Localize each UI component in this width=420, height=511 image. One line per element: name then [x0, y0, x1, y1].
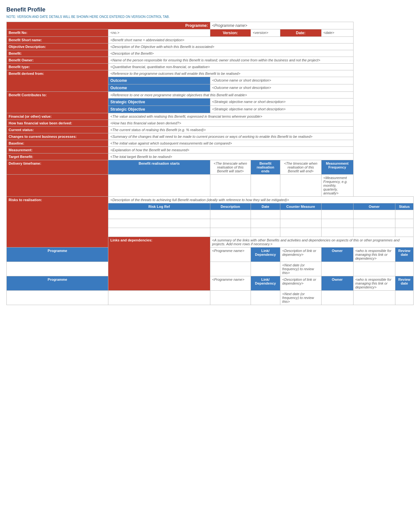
objective-desc-label: Objective Description: [7, 43, 108, 50]
links-next-2: <Next date (or frequency) to review this… [280, 291, 321, 305]
benefit-owner-value: <Name of the person responsible for ensu… [108, 57, 353, 64]
delivery-starts-value: <The timescale when realisation of this … [210, 160, 251, 175]
strategic-value-2: <Strategic objective name or short descr… [210, 106, 353, 113]
risk-row3-col7 [395, 228, 413, 237]
links-prog-header-2: Programme [7, 276, 108, 291]
outcome-label-2: Outcome [108, 84, 210, 92]
risk-row1-col1 [108, 210, 210, 219]
risk-col-1: Risk Log Ref [108, 203, 210, 210]
risk-col-2: Description [210, 203, 251, 210]
risk-row2-col5 [321, 219, 353, 228]
risk-col-6: Owner [353, 203, 395, 210]
changes-label: Changes to current business processes: [7, 133, 108, 140]
links-owner-header-1: Owner [321, 248, 353, 262]
note-text: NOTE: VERSION AND DATE DETAILS WILL BE S… [6, 15, 414, 19]
delivery-ends-label: Benefit realisation ends [251, 160, 280, 175]
links-dep-header-1: Link/ Dependency [251, 248, 280, 262]
delivery-ends-value: <The timescale when realisation of this … [280, 160, 321, 175]
current-status-label: Current status: [7, 127, 108, 133]
benefit-derived-desc: <Reference to the programme outcomes tha… [108, 70, 353, 77]
baseline-value: <The initial value against which subsequ… [108, 140, 353, 147]
changes-value: <Summary of the changes that will need t… [108, 133, 353, 140]
risk-row2-col4 [280, 219, 321, 228]
risks-label: Risks to realisation: [7, 197, 108, 248]
risks-desc: <Description of the threats to achieving… [108, 197, 414, 203]
risk-row1-col7 [395, 210, 413, 219]
outcome-label-1: Outcome [108, 77, 210, 84]
financial-value: <The value associated with realising thi… [108, 113, 353, 120]
risk-row3-col4 [280, 228, 321, 237]
risk-row3-col6 [353, 228, 395, 237]
risk-row2-col3 [251, 219, 280, 228]
measurement-freq-label: Measurement Frequency [321, 160, 353, 175]
date-label: Date: [280, 29, 321, 37]
risk-col-8: Status [395, 203, 413, 210]
links-owner-header-2: Owner [321, 276, 353, 291]
risk-row2-col2 [210, 219, 251, 228]
risk-row1-col5 [321, 210, 353, 219]
benefit-no-label: Benefit No: [7, 29, 108, 37]
benefit-owner-label: Benefit Owner: [7, 57, 108, 64]
risk-col-5 [321, 203, 353, 210]
risk-row1-col2 [210, 210, 251, 219]
programme-label: Programme: [7, 22, 210, 29]
risk-row3-col1 [108, 228, 210, 237]
benefit-no-value: <no.> [108, 29, 210, 37]
financial-label: Financial (or other) value: [7, 113, 108, 120]
delivery-label: Delivery timeframe: [7, 160, 108, 175]
risk-row2-col1 [108, 219, 210, 228]
outcome-value-2: <Outcome name or short description> [210, 84, 353, 92]
risk-row3-col5 [321, 228, 353, 237]
current-status-value: <The current status of realising this Be… [108, 127, 353, 133]
version-label: Version: [210, 29, 251, 37]
financial-derived-value: <How has this financial value been deriv… [108, 120, 353, 127]
objective-desc-value: <Description of the Objective with which… [108, 43, 353, 50]
strategic-label-2: Strategic Objective [108, 106, 210, 113]
benefit-contributes-desc: <Reference to one or more programme stra… [108, 92, 353, 98]
measurement-freq-value: <Measurement Frequency, e.g. monthly, qu… [321, 175, 353, 197]
benefit-label: Benefit: [7, 50, 108, 57]
benefit-type-label: Benefit type: [7, 64, 108, 70]
delivery-freq-empty [7, 175, 108, 197]
risk-row1-col3 [251, 210, 280, 219]
date-value: <date> [321, 29, 353, 37]
strategic-value-1: <Strategic objective name or short descr… [210, 98, 353, 106]
links-who-value-2: <who is responsible for managing this li… [353, 276, 395, 291]
measurement-label: Measurement: [7, 147, 108, 153]
benefit-contributes-label: Benefit Contributes to: [7, 92, 108, 113]
target-label: Target Benefit: [7, 153, 108, 160]
outcome-value-1: <Outcome name or short description> [210, 77, 353, 84]
baseline-label: Baseline: [7, 140, 108, 147]
links-label: Links and dependencies: [108, 237, 210, 291]
risk-row3-col3 [251, 228, 280, 237]
links-prog-name-1: <Programme name> [210, 248, 251, 262]
links-prog-header: Programme [7, 248, 108, 262]
programme-name: <Programme name> [210, 22, 353, 29]
links-desc: <A summary of the links with other Benef… [210, 237, 414, 248]
links-dep-header-2: Link/ Dependency [251, 276, 280, 291]
links-desc-value-1: <Description of link or dependency> [280, 248, 321, 262]
strategic-label-1: Strategic Objective [108, 98, 210, 106]
target-value: <The total target Benefit to be realised… [108, 153, 353, 160]
links-desc-value-2: <Description of link or dependency> [280, 276, 321, 291]
links-next-1: <Next date (or frequency) to review this… [280, 262, 321, 276]
risk-col-3: Date [251, 203, 280, 210]
benefit-type-value: <Quantitative financial, quantitative no… [108, 64, 353, 70]
version-value: <version> [251, 29, 280, 37]
benefit-short-name-label: Benefit Short name: [7, 37, 108, 43]
links-review-header-1: Review date [395, 248, 413, 262]
risk-row3-col2 [210, 228, 251, 237]
risk-row2-col6 [353, 219, 395, 228]
risk-row1-col6 [353, 210, 395, 219]
delivery-starts-label: Benefit realisation starts [108, 160, 210, 175]
links-prog-name-2: <Programme name> [210, 276, 251, 291]
benefit-derived-label: Benefit derived from: [7, 70, 108, 92]
risk-row1-col4 [280, 210, 321, 219]
financial-derived-label: How has financial value been derived: [7, 120, 108, 127]
measurement-value: <Explanation of how the Benefit will be … [108, 147, 353, 153]
risk-row2-col7 [395, 219, 413, 228]
risk-col-4: Counter Measure [280, 203, 321, 210]
benefit-value: <Description of the Benefit> [108, 50, 353, 57]
page-title: Benefit Profile [6, 6, 414, 13]
benefit-short-name-value: <Benefit short name = abbreviated descri… [108, 37, 353, 43]
